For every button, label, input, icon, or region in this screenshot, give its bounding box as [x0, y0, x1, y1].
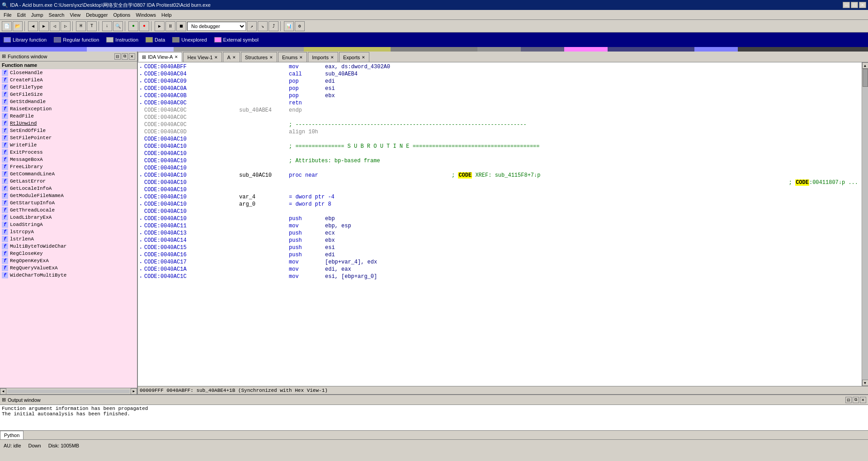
tb-green[interactable]: ●	[128, 21, 138, 31]
tb-fwd[interactable]: ▶	[39, 21, 49, 31]
func-RegOpenKeyExA[interactable]: f RegOpenKeyExA	[0, 257, 137, 264]
functions-close-btn[interactable]: ✕	[129, 53, 135, 60]
scroll-down-btn[interactable]: ▼	[862, 380, 868, 386]
menu-options[interactable]: Options	[110, 11, 133, 19]
tb-cfg[interactable]: ⚙	[295, 21, 305, 31]
func-LoadStringA[interactable]: f LoadStringA	[0, 221, 137, 228]
scroll-thumb[interactable]	[863, 69, 868, 87]
tb-back[interactable]: ◀	[28, 21, 38, 31]
menu-jump[interactable]: Jump	[28, 11, 46, 19]
tab-hex-view-1[interactable]: Hex View-1 ✕	[183, 52, 222, 62]
maximize-button[interactable]: □	[851, 2, 858, 8]
menu-help[interactable]: Help	[159, 11, 175, 19]
tab-a[interactable]: A ✕	[223, 52, 240, 62]
menu-debugger[interactable]: Debugger	[83, 11, 110, 19]
code-line-mov-edi-eax[interactable]: • CODE:0040AC1A mov edi, eax	[138, 266, 862, 273]
menu-windows[interactable]: Windows	[133, 11, 159, 19]
tb-open[interactable]: 📂	[13, 21, 23, 31]
func-CloseHandle[interactable]: f CloseHandle	[0, 69, 137, 76]
tb-graph[interactable]: 📊	[284, 21, 294, 31]
func-GetCommandLineA[interactable]: f GetCommandLineA	[0, 170, 137, 178]
func-GetModuleFileNameA[interactable]: f GetModuleFileNameA	[0, 192, 137, 199]
tb-down[interactable]: ↓	[102, 21, 112, 31]
func-lstrlenA[interactable]: f lstrlenA	[0, 235, 137, 243]
code-line-push-ecx[interactable]: • CODE:0040AC13 push ecx	[138, 230, 862, 237]
menu-view[interactable]: View	[67, 11, 83, 19]
code-line-0040ABFF[interactable]: • CODE:0040ABFF mov eax, ds:dword_4302A0	[138, 63, 862, 71]
functions-scroll-left[interactable]: ◀	[0, 388, 6, 395]
tb-new[interactable]: 📄	[2, 21, 12, 31]
tb-red[interactable]: ●	[139, 21, 149, 31]
tab-ida-close[interactable]: ✕	[175, 55, 178, 59]
func-ReadFile[interactable]: f ReadFile	[0, 113, 137, 120]
code-line-0040AC0C-retn[interactable]: • CODE:0040AC0C retn	[138, 99, 862, 107]
code-line-0040AC04[interactable]: • CODE:0040AC04 call sub_40AEB4	[138, 71, 862, 78]
menu-edit[interactable]: Edit	[14, 11, 28, 19]
tab-ida-view-a[interactable]: ⊞ IDA View-A ✕	[138, 52, 182, 62]
output-restore-btn[interactable]: ⊟	[845, 397, 852, 403]
code-line-0040AC0A[interactable]: • CODE:0040AC0A pop esi	[138, 85, 862, 92]
tb-stop[interactable]: ⏹	[176, 21, 186, 31]
tb-stepout[interactable]: ⤴	[269, 21, 278, 31]
code-line-var4[interactable]: • CODE:0040AC10 var_4 = dword ptr -4	[138, 193, 862, 201]
code-line-push-ebp[interactable]: • CODE:0040AC10 push ebp	[138, 215, 862, 222]
tab-hex-close[interactable]: ✕	[214, 55, 218, 60]
functions-hscroll[interactable]: ◀ ▶	[0, 388, 137, 394]
func-RaiseException[interactable]: f RaiseException	[0, 105, 137, 113]
tb-run[interactable]: ▶	[155, 21, 165, 31]
menu-file[interactable]: File	[1, 11, 14, 19]
code-line-push-edi[interactable]: • CODE:0040AC16 push edi	[138, 251, 862, 259]
tab-imports[interactable]: Imports ✕	[308, 52, 338, 62]
func-LoadLibraryExA[interactable]: f LoadLibraryExA	[0, 214, 137, 221]
func-lstrcpyA[interactable]: f lstrcpyA	[0, 228, 137, 235]
output-float-btn[interactable]: ⧉	[853, 397, 859, 403]
code-line-0040AC0B[interactable]: • CODE:0040AC0B pop ebx	[138, 92, 862, 99]
tab-exports-close[interactable]: ✕	[362, 55, 365, 60]
func-GetFileSize[interactable]: f GetFileSize	[0, 91, 137, 98]
functions-list[interactable]: f CloseHandle f CreateFileA f GetFileTyp…	[0, 69, 137, 388]
code-line-mov-esi-arg0[interactable]: • CODE:0040AC1C mov esi, [ebp+arg_0]	[138, 273, 862, 280]
code-scrollbar[interactable]: ▲ ▼	[862, 62, 868, 386]
tab-a-close[interactable]: ✕	[232, 55, 236, 60]
code-line-push-ebx[interactable]: • CODE:0040AC14 push ebx	[138, 237, 862, 244]
code-line-push-esi[interactable]: • CODE:0040AC15 push esi	[138, 244, 862, 251]
func-GetLastError[interactable]: f GetLastError	[0, 178, 137, 185]
func-MultiByteToWideChar[interactable]: f MultiByteToWideChar	[0, 243, 137, 250]
scroll-track[interactable]	[863, 69, 868, 380]
code-line-arg0[interactable]: • CODE:0040AC10 arg_0 = dword ptr 8	[138, 201, 862, 208]
output-tab-python[interactable]: Python	[0, 431, 24, 439]
func-WriteFile[interactable]: f WriteFile	[0, 141, 137, 149]
code-content[interactable]: • CODE:0040ABFF mov eax, ds:dword_4302A0…	[138, 62, 862, 386]
func-WideCharToMultiByte[interactable]: f WideCharToMultiByte	[0, 272, 137, 279]
tab-enums[interactable]: Enums ✕	[278, 52, 307, 62]
tab-imports-close[interactable]: ✕	[330, 55, 334, 60]
func-FreeLibrary[interactable]: f FreeLibrary	[0, 163, 137, 170]
tab-enums-close[interactable]: ✕	[299, 55, 303, 60]
func-ExitProcess[interactable]: f ExitProcess	[0, 149, 137, 156]
tb-pause[interactable]: ⏸	[165, 21, 175, 31]
func-CreateFileA[interactable]: f CreateFileA	[0, 76, 137, 84]
functions-float-btn[interactable]: ⧉	[122, 53, 128, 60]
code-line-mov-ebp-esp[interactable]: • CODE:0040AC11 mov ebp, esp	[138, 222, 862, 230]
code-line-proc-near[interactable]: • CODE:0040AC10 sub_40AC10 proc near ; C…	[138, 172, 862, 179]
tb-step[interactable]: ↗	[247, 21, 257, 31]
close-button[interactable]: ✕	[859, 2, 866, 8]
tb-text[interactable]: T	[87, 21, 97, 31]
tb-hex[interactable]: H	[76, 21, 86, 31]
minimize-button[interactable]: ─	[843, 2, 850, 8]
tab-structures[interactable]: Structures ✕	[241, 52, 277, 62]
func-GetLocaleInfoA[interactable]: f GetLocaleInfoA	[0, 185, 137, 192]
functions-scroll-right[interactable]: ▶	[131, 388, 137, 395]
func-RegQueryValueExA[interactable]: f RegQueryValueExA	[0, 264, 137, 272]
func-SetFilePointer[interactable]: f SetFilePointer	[0, 134, 137, 141]
tb-back2[interactable]: ◁	[50, 21, 60, 31]
debugger-select[interactable]: No debugger	[187, 22, 246, 31]
tb-fwd2[interactable]: ▷	[61, 21, 71, 31]
functions-restore-btn[interactable]: ⊟	[114, 53, 121, 60]
menu-search[interactable]: Search	[46, 11, 67, 19]
scroll-up-btn[interactable]: ▲	[862, 62, 868, 69]
code-line-mov-var4[interactable]: • CODE:0040AC17 mov [ebp+var_4], edx	[138, 259, 862, 266]
tab-exports[interactable]: Exports ✕	[339, 52, 369, 62]
code-line-0040AC09[interactable]: • CODE:0040AC09 pop edi	[138, 78, 862, 85]
func-GetStdHandle[interactable]: f GetStdHandle	[0, 98, 137, 105]
